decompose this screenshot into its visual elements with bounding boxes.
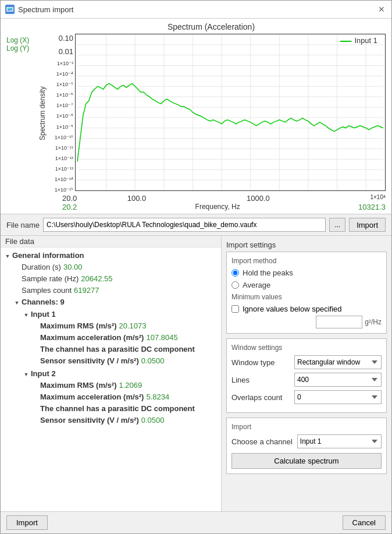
min-values-title: Minimum values <box>231 293 382 301</box>
duration-row: ▶ Duration (s) 30.00 <box>10 262 221 274</box>
general-info-label: General information <box>12 251 84 260</box>
overlaps-select[interactable]: 0 1 2 3 <box>294 390 382 404</box>
browse-button[interactable]: ... <box>329 218 345 232</box>
input1-max-rms-label: Maximum RMS (m/s²) <box>40 321 116 330</box>
file-path-input[interactable] <box>43 218 326 232</box>
input1-max-acc-label: Maximum acceleration (m/s²) <box>40 333 144 342</box>
sample-rate-row: ▶ Sample rate (Hz) 20642.55 <box>10 274 221 285</box>
file-data-title: File data <box>5 237 34 246</box>
input1-dc-row: ▶ The channel has a parasitic DC compone… <box>28 344 221 356</box>
lines-label: Lines <box>231 376 290 384</box>
calculate-spectrum-button[interactable]: Calculate spectrum <box>231 453 382 469</box>
sample-rate-value: 20642.55 <box>81 274 112 283</box>
general-info-item: ▼ General information ▶ Duration (s) 30.… <box>1 250 221 428</box>
channel-row: Choose a channel Input 1 Input 2 <box>231 434 382 448</box>
units-input[interactable] <box>316 316 362 328</box>
title-bar-left: Spectrum import <box>5 5 73 14</box>
lines-row: Lines 400 800 1600 3200 <box>231 373 382 387</box>
hold-peaks-radio[interactable] <box>231 269 239 277</box>
sample-rate-label: Sample rate (Hz) <box>22 274 79 283</box>
channels-toggle[interactable]: ▼ <box>12 298 22 308</box>
log-y-label: Log (Y) <box>6 44 37 52</box>
channels-children: ▼ Input 1 ▶ Maximum RMS (m/s²) 20.1073 <box>19 309 221 427</box>
duration-value: 30.00 <box>63 263 83 271</box>
input1-max-rms-value: 20.1073 <box>119 321 146 330</box>
chart-plot: Input 1 <box>75 34 386 193</box>
hold-peaks-label[interactable]: Hold the peaks <box>243 268 293 277</box>
ignore-row: Ignore values below specified <box>231 305 382 313</box>
input1-children: ▶ Maximum RMS (m/s²) 20.1073 ▶ Maximum a… <box>28 321 221 367</box>
lines-select[interactable]: 400 800 1600 3200 <box>294 373 382 387</box>
input2-max-acc-value: 5.8234 <box>146 392 169 401</box>
channels-label: Channels: 9 <box>22 298 65 306</box>
chart-container: Spectrum (Acceleration) Spectrum density… <box>37 22 386 211</box>
ignore-label[interactable]: Ignore values below specified <box>243 305 342 313</box>
samples-count-value: 619277 <box>74 286 99 295</box>
input1-sensitivity-label: Sensor sensitivity (V / m/s²) <box>40 356 139 365</box>
chart-svg: Input 1 <box>75 34 386 191</box>
input1-row: ▼ Input 1 <box>19 309 221 321</box>
chart-area: Log (X) Log (Y) Spectrum (Acceleration) … <box>1 19 391 214</box>
input2-dc-row: ▶ The channel has a parasitic DC compone… <box>28 404 221 415</box>
import-section-title: Import <box>231 423 382 431</box>
input2-max-acc-label: Maximum acceleration (m/s²) <box>40 392 144 401</box>
overlaps-row: Overlaps count 0 1 2 3 <box>231 390 382 404</box>
import-settings-panel: Import settings Import method Hold the p… <box>222 236 391 511</box>
ignore-checkbox[interactable] <box>231 305 239 313</box>
input1-sensitivity-value: 0.0500 <box>141 356 165 365</box>
units-label: g²/Hz <box>365 318 382 326</box>
average-radio[interactable] <box>231 281 239 289</box>
input1-max-acc-value: 107.8045 <box>146 333 177 342</box>
app-icon <box>5 5 15 14</box>
log-x-label: Log (X) <box>6 36 37 44</box>
window-type-select[interactable]: Rectangular window Hanning Hamming Black… <box>294 355 382 369</box>
chart-legend: Input 1 <box>354 36 377 45</box>
input2-sensitivity-label: Sensor sensitivity (V / m/s²) <box>40 416 139 425</box>
window-title: Spectrum import <box>18 5 73 14</box>
input2-toggle[interactable]: ▼ <box>22 369 31 380</box>
hold-peaks-row: Hold the peaks <box>231 268 382 277</box>
close-button[interactable]: ✕ <box>376 4 387 15</box>
input2-max-rms-value: 1.2069 <box>119 381 142 390</box>
channel-select[interactable]: Input 1 Input 2 <box>297 434 382 448</box>
bottom-bar: Import Cancel <box>1 511 391 533</box>
window-settings-title: Window settings <box>231 344 382 352</box>
input1-toggle[interactable]: ▼ <box>22 310 31 320</box>
samples-count-row: ▶ Samples count 619277 <box>10 285 221 297</box>
input2-children: ▶ Maximum RMS (m/s²) 1.2069 ▶ Maximum ac… <box>28 380 221 427</box>
overlaps-label: Overlaps count <box>231 393 290 402</box>
duration-label: Duration (s) <box>22 263 61 271</box>
x-axis-label: Frequency, Hz <box>195 203 240 211</box>
import-file-button[interactable]: Import <box>349 218 386 232</box>
window-type-label: Window type <box>231 358 290 367</box>
general-info-toggle[interactable]: ▼ <box>3 251 12 261</box>
input2-max-acc-row: ▶ Maximum acceleration (m/s²) 5.8234 <box>28 392 221 404</box>
title-bar: Spectrum import ✕ <box>1 1 391 19</box>
input2-sensitivity-row: ▶ Sensor sensitivity (V / m/s²) 0.0500 <box>28 415 221 427</box>
file-data-scroll[interactable]: ▼ General information ▶ Duration (s) 30.… <box>1 247 221 511</box>
main-window: Spectrum import ✕ Log (X) Log (Y) Spectr… <box>0 0 392 534</box>
input2-max-rms-label: Maximum RMS (m/s²) <box>40 381 116 390</box>
window-settings-box: Window settings Window type Rectangular … <box>226 338 387 413</box>
bottom-import-button[interactable]: Import <box>6 515 48 530</box>
average-label[interactable]: Average <box>243 281 270 289</box>
input2-item: ▼ Input 2 ▶ Maximum RMS (m/s²) 1.2069 <box>19 368 221 427</box>
window-type-row: Window type Rectangular window Hanning H… <box>231 355 382 369</box>
chart-title: Spectrum (Acceleration) <box>37 22 386 31</box>
x-range: 20.2 Frequency, Hz 10321.3 <box>37 203 386 211</box>
x-range-min: 20.2 <box>62 203 77 211</box>
input1-label: Input 1 <box>31 310 56 319</box>
general-info-row: ▼ General information <box>1 250 221 262</box>
import-settings-title: Import settings <box>226 241 387 249</box>
input2-sensitivity-value: 0.0500 <box>141 416 165 425</box>
main-content: File data ▼ General information ▶ Durati… <box>1 236 391 511</box>
input1-item: ▼ Input 1 ▶ Maximum RMS (m/s²) 20.1073 <box>19 309 221 368</box>
input1-sensitivity-row: ▶ Sensor sensitivity (V / m/s²) 0.0500 <box>28 356 221 367</box>
import-method-box: Import method Hold the peaks Average Min… <box>226 252 387 334</box>
bottom-cancel-button[interactable]: Cancel <box>343 515 386 530</box>
average-row: Average <box>231 281 382 289</box>
min-values-section: Minimum values Ignore values below speci… <box>231 293 382 328</box>
input2-dc-label: The channel has a parasitic DC component <box>40 404 195 413</box>
file-label: File name <box>6 221 40 229</box>
log-labels: Log (X) Log (Y) <box>6 22 37 52</box>
